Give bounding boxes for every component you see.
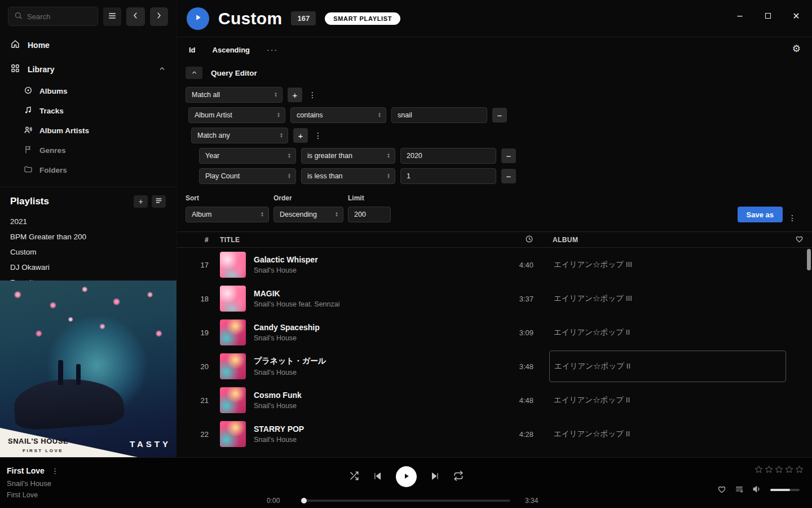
track-album-focused[interactable]: エイリアン☆ポップ II <box>549 351 786 382</box>
sort-select[interactable]: Album <box>186 207 269 222</box>
now-playing-album-art[interactable]: SNAIL'S HOUSE FIRST LOVE TASTY <box>0 281 176 457</box>
rule-field-select[interactable]: Year <box>199 148 296 164</box>
table-row[interactable]: 20 プラネット・ガール Snail's House 3:48 エイリアン☆ポッ… <box>177 349 812 383</box>
table-row[interactable]: 17 Galactic Whisper Snail's House 4:40 エ… <box>177 248 812 282</box>
table-row[interactable]: 21 Cosmo Funk Snail's House 4:48 エイリアン☆ポ… <box>177 383 812 417</box>
rule-value-input[interactable] <box>400 148 496 164</box>
seek-bar[interactable] <box>302 500 510 502</box>
track-artist[interactable]: Snail's House feat. Sennzai <box>254 300 339 308</box>
sidebar-item-genres[interactable]: Genres <box>0 141 176 160</box>
seek-handle[interactable] <box>301 498 307 503</box>
minimize-button[interactable]: – <box>734 10 745 21</box>
track-artist[interactable]: Snail's House <box>254 402 302 410</box>
playlist-item[interactable]: DJ Okawari <box>10 260 166 275</box>
rule-value-input[interactable] <box>400 168 496 184</box>
rule-field-select[interactable]: Play Count <box>199 168 296 184</box>
save-as-button[interactable]: Save as <box>738 207 783 222</box>
track-index: 19 <box>177 329 213 337</box>
order-select[interactable]: Descending <box>273 207 343 222</box>
sidebar-item-album-artists[interactable]: Album Artists <box>0 121 176 141</box>
play-playlist-button[interactable] <box>187 7 209 30</box>
remove-rule-button[interactable]: − <box>492 108 507 122</box>
remove-rule-button[interactable]: − <box>501 148 516 163</box>
table-row[interactable]: 18 MAGIK Snail's House feat. Sennzai 3:3… <box>177 282 812 316</box>
track-artist[interactable]: Snail's House <box>254 266 318 274</box>
group-options-button[interactable]: ⋮ <box>313 131 323 140</box>
track-album[interactable]: エイリアン☆ポップ II <box>549 418 786 450</box>
table-row[interactable]: 19 Candy Spaceship Snail's House 3:09 エイ… <box>177 316 812 349</box>
repeat-button[interactable] <box>453 471 464 483</box>
sidebar-item-folders[interactable]: Folders <box>0 160 176 180</box>
collapse-query-editor-button[interactable] <box>186 67 202 79</box>
rule-operator-select[interactable]: contains <box>290 107 386 123</box>
play-pause-button[interactable] <box>396 466 417 487</box>
next-track-button[interactable] <box>430 471 440 483</box>
sort-order-button[interactable]: Ascending <box>213 46 250 54</box>
title-column-header[interactable]: TITLE <box>213 236 504 244</box>
search-input[interactable] <box>27 12 92 21</box>
track-duration: 3:37 <box>504 295 549 303</box>
gear-icon: ⚙ <box>792 43 801 54</box>
favorite-column-header[interactable] <box>786 235 812 245</box>
track-album[interactable]: エイリアン☆ポップ II <box>549 384 786 416</box>
add-rule-button[interactable]: + <box>293 128 308 143</box>
remove-rule-button[interactable]: − <box>501 169 516 183</box>
playlists-title: Playlists <box>10 196 49 207</box>
star-icon[interactable] <box>775 465 783 475</box>
chevron-up-icon[interactable] <box>158 65 166 74</box>
index-column-header[interactable]: # <box>177 236 213 244</box>
rule-field-select[interactable]: Album Artist <box>188 107 285 123</box>
track-artist[interactable]: Snail's House <box>254 436 304 444</box>
album-column-header[interactable]: ALBUM <box>549 236 786 244</box>
rule-operator-select[interactable]: is greater than <box>301 148 395 164</box>
sidebar-item-library[interactable]: Library <box>0 57 176 81</box>
sort-field-button[interactable]: Id <box>189 46 196 54</box>
playlist-item[interactable]: Custom <box>10 244 166 260</box>
shuffle-button[interactable] <box>349 471 359 483</box>
duration-column-header[interactable] <box>504 235 549 245</box>
scrollbar-thumb[interactable] <box>807 249 811 270</box>
track-album[interactable]: エイリアン☆ポップ III <box>549 283 786 314</box>
match-type-select[interactable]: Match any <box>191 128 288 143</box>
volume-button[interactable] <box>752 484 762 496</box>
limit-input[interactable] <box>348 207 391 222</box>
track-album[interactable]: エイリアン☆ポップ II <box>549 317 786 348</box>
settings-button[interactable]: ⚙ <box>792 43 801 55</box>
sidebar-item-tracks[interactable]: Tracks <box>0 101 176 121</box>
nav-back-button[interactable] <box>126 7 144 26</box>
maximize-button[interactable] <box>762 10 774 21</box>
manage-playlists-button[interactable] <box>152 195 166 208</box>
nav-forward-button[interactable] <box>150 7 168 26</box>
rule-value-input[interactable] <box>391 107 487 123</box>
query-sort-row: Sort Album Order Descending Limit <box>186 194 812 222</box>
elapsed-time: 0:00 <box>267 497 287 505</box>
add-playlist-button[interactable]: + <box>134 195 148 208</box>
more-options-button[interactable]: ··· <box>267 45 278 54</box>
star-icon[interactable] <box>785 465 793 475</box>
star-icon[interactable] <box>765 465 773 475</box>
sidebar-item-home[interactable]: Home <box>0 33 176 57</box>
menu-button[interactable] <box>103 7 121 26</box>
close-button[interactable]: ✕ <box>791 10 802 21</box>
playlist-item[interactable]: 2021 <box>10 214 166 229</box>
rule-operator-select[interactable]: is less than <box>301 168 395 184</box>
favorite-button[interactable] <box>717 485 726 496</box>
playlist-item[interactable]: BPM Greater than 200 <box>10 229 166 244</box>
track-album[interactable]: エイリアン☆ポップ III <box>549 249 786 281</box>
star-icon[interactable] <box>754 465 763 475</box>
track-artist[interactable]: Snail's House <box>254 369 326 376</box>
group-options-button[interactable]: ⋮ <box>307 90 317 99</box>
add-rule-button[interactable]: + <box>288 87 302 102</box>
track-artist[interactable]: Snail's House <box>254 334 320 342</box>
match-type-select[interactable]: Match all <box>186 87 283 103</box>
queue-button[interactable] <box>735 485 744 496</box>
volume-slider[interactable] <box>770 489 800 491</box>
app-window: Home Library Albums <box>0 0 812 508</box>
sidebar-item-albums[interactable]: Albums <box>0 81 176 101</box>
save-options-button[interactable]: ⋮ <box>787 213 797 222</box>
star-icon[interactable] <box>795 465 804 475</box>
previous-track-button[interactable] <box>373 471 382 483</box>
limit-label: Limit <box>348 194 391 202</box>
table-row[interactable]: 22 STARRY POP Snail's House 4:28 エイリアン☆ポ… <box>177 417 812 451</box>
search-box[interactable] <box>8 7 98 26</box>
